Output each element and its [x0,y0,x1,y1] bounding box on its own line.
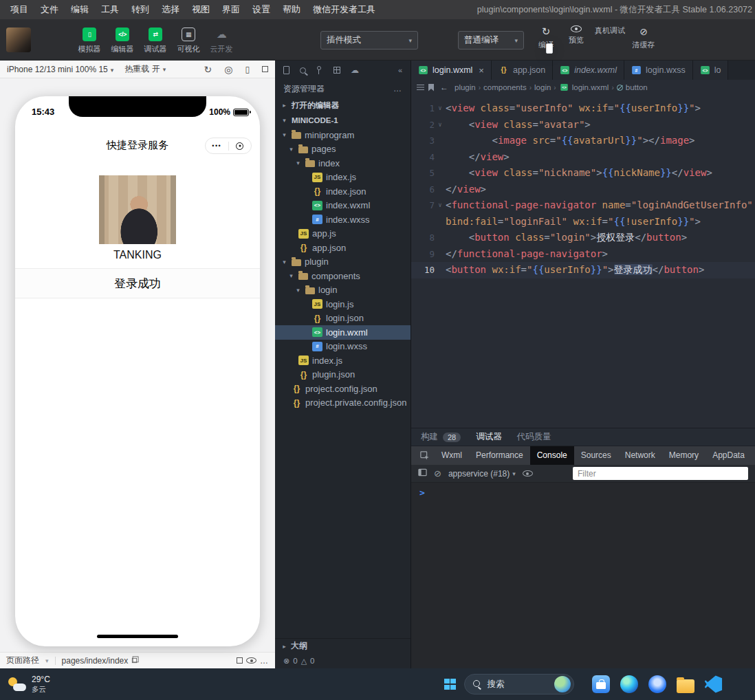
eye-icon[interactable] [523,470,533,477]
editor-tab-app.json[interactable]: app.json [492,61,553,80]
code-line[interactable]: 10<button wx:if="{{userInfo}}">登录成功</but… [411,262,755,278]
extensions-icon[interactable] [333,67,340,74]
code-line[interactable]: 5 <view class="nickname">{{nickName}}</v… [411,165,755,182]
sim-record-icon[interactable]: ◎ [224,64,232,75]
remote-debug-button[interactable]: 真机调试 [591,25,628,50]
hot-reload-toggle[interactable]: 热重载 开▾ [124,63,166,75]
tree-item-login.json[interactable]: login.json [275,311,411,326]
git-branch-icon[interactable] [316,66,323,74]
tab-debugger[interactable]: 调试器 [476,431,502,443]
sim-device-icon[interactable]: ▯ [245,65,250,74]
editor-tab-index.wxml[interactable]: index.wxml [553,61,624,80]
code-line[interactable]: 9</functional-page-navigator> [411,246,755,263]
fold-icon[interactable]: ∨ [435,197,446,214]
console-sidebar-icon[interactable] [418,468,427,479]
more-actions-icon[interactable]: … [393,84,402,94]
panel-tab-wxml[interactable]: Wxml [435,446,469,465]
code-line[interactable]: 6</view> [411,182,755,198]
cloud-icon[interactable]: ☁ [351,66,359,74]
back-arrow-icon[interactable]: ← [440,83,448,92]
tree-item-components[interactable]: ▾components [275,269,411,283]
toolbar-editor-button[interactable]: </>编辑器 [107,25,138,54]
page-path-label[interactable]: 页面路径 [6,655,39,666]
toolbar-simulator-button[interactable]: ▯模拟器 [74,25,105,54]
tree-item-project.config.json[interactable]: project.config.json [275,382,411,396]
compile-mode-select[interactable]: 普通编译 ▾ [458,31,524,50]
fold-icon[interactable]: ∨ [435,100,446,117]
open-editors-section[interactable]: ▸打开的编辑器 [275,98,411,113]
menu-item-视图[interactable]: 视图 [186,0,216,19]
menu-item-帮助[interactable]: 帮助 [276,0,307,19]
external-window-icon[interactable] [237,657,243,664]
code-line[interactable]: 8 <button class="login">授权登录</button> [411,230,755,246]
breadcrumb-plugin[interactable]: plugin [455,83,476,91]
tree-item-plugin[interactable]: ▾plugin [275,255,411,270]
user-avatar[interactable] [6,28,31,52]
edge-browser-icon[interactable] [620,675,638,693]
taskbar-search[interactable]: 搜索 [464,674,574,694]
code-line[interactable]: 3 <image src="{{avatarUrl}}"></image> [411,133,755,149]
store-icon[interactable] [592,675,610,693]
search-icon[interactable] [300,67,306,74]
outline-section[interactable]: ▸大纲 [275,638,411,653]
tree-item-login.wxml[interactable]: login.wxml [275,325,411,340]
tree-item-login[interactable]: ▾login [275,283,411,298]
outline-list-icon[interactable] [417,85,424,85]
code-line[interactable]: 4 </view> [411,149,755,166]
menu-item-编辑[interactable]: 编辑 [65,0,95,19]
fold-icon[interactable]: ∨ [435,117,446,133]
preview-button[interactable]: 预览 [561,25,591,50]
menu-item-文件[interactable]: 文件 [34,0,65,19]
panel-tab-memory[interactable]: Memory [662,446,705,465]
toolbar-debugger-button[interactable]: ⇄调试器 [140,25,171,54]
menu-item-工具[interactable]: 工具 [95,0,125,19]
panel-tab-appdata[interactable]: AppData [705,446,752,465]
clear-console-icon[interactable]: ⊘ [434,468,441,479]
console-output[interactable]: > [411,483,755,668]
menu-item-设置[interactable]: 设置 [246,0,276,19]
sim-window-icon[interactable] [262,66,268,72]
login-success-button[interactable]: 登录成功 [15,268,260,298]
tree-item-miniprogram[interactable]: ▾miniprogram [275,128,411,142]
file-explorer-icon[interactable] [677,679,694,693]
tree-item-app.js[interactable]: app.js [275,227,411,241]
tree-item-app.json[interactable]: app.json [275,241,411,255]
problems-status[interactable]: ⊗ 0 △ 0 [275,653,411,668]
menu-item-界面[interactable]: 界面 [216,0,246,19]
panel-tab-console[interactable]: Console [530,446,574,465]
minimize-capsule-icon[interactable] [229,142,252,150]
taskbar-weather[interactable]: 29°C 多云 [0,675,50,693]
more-icon[interactable]: ••• [206,138,228,154]
breadcrumb-login[interactable]: login [534,83,551,91]
breadcrumb-login.wxml[interactable]: login.wxml [559,83,609,92]
panel-tab-sources[interactable]: Sources [574,446,618,465]
toolbar-cloud-dev-button[interactable]: ☁云开发 [206,25,237,54]
tree-item-index[interactable]: ▾index [275,156,411,171]
context-select[interactable]: appservice (#18) ▾ [448,469,516,479]
menu-item-项目[interactable]: 项目 [4,0,34,19]
bookmark-icon[interactable] [428,84,434,91]
copy-icon[interactable] [132,658,137,663]
menu-item-选择[interactable]: 选择 [155,0,186,19]
code-line[interactable]: 7∨<functional-page-navigator name="login… [411,197,755,214]
inspect-icon[interactable] [415,451,435,461]
panel-tab-performance[interactable]: Performance [469,446,530,465]
editor-tab-lo[interactable]: lo [693,61,729,80]
code-area[interactable]: 1∨<view class="userInfo" wx:if="{{userIn… [411,95,755,428]
code-line[interactable]: 2∨ <view class="avatar"> [411,117,755,133]
breadcrumb-components[interactable]: components [483,83,527,91]
close-tab-icon[interactable]: × [479,65,484,76]
plugin-mode-select[interactable]: 插件模式 ▾ [320,31,418,50]
tab-build[interactable]: 构建 28 [421,431,461,443]
clear-cache-button[interactable]: 清缓存 [628,25,659,50]
eye-icon[interactable] [246,657,256,664]
toolbar-visualizer-button[interactable]: ▦可视化 [173,25,204,54]
start-button[interactable] [444,679,456,690]
browser-icon[interactable] [648,675,666,693]
more-options-icon[interactable]: … [260,656,269,666]
project-root-section[interactable]: ▾MINICODE-1 [275,113,411,128]
tree-item-login.wxss[interactable]: login.wxss [275,340,411,354]
sim-refresh-icon[interactable]: ↻ [204,64,212,75]
menu-item-微信开发者工具[interactable]: 微信开发者工具 [307,0,382,19]
editor-tab-login.wxss[interactable]: login.wxss [624,61,693,80]
